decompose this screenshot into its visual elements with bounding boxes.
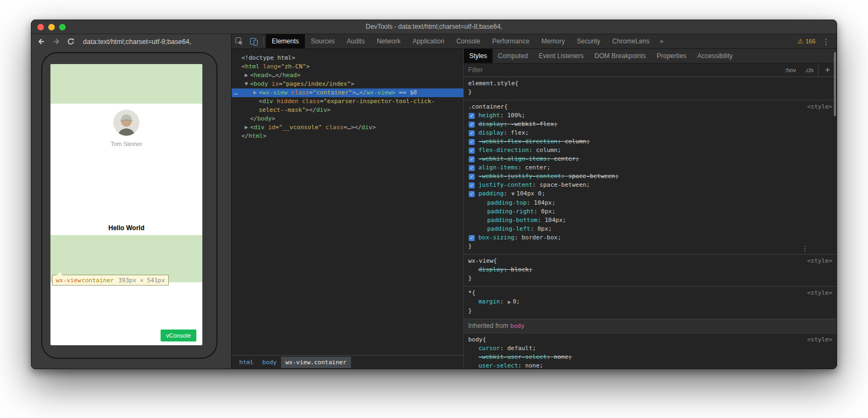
- breadcrumb-body[interactable]: body: [258, 357, 282, 368]
- sidebar-tab-dom-breakpoints[interactable]: DOM Breakpoints: [589, 49, 652, 63]
- checkbox-checked-icon[interactable]: ✓: [469, 235, 475, 241]
- inspect-element-icon[interactable]: [232, 34, 246, 48]
- rule-selector[interactable]: body: [468, 335, 483, 344]
- devtools-tab-chromelens[interactable]: ChromeLens: [607, 34, 656, 48]
- window-titlebar[interactable]: DevTools - data:text/html;charset=utf-8;…: [31, 20, 837, 34]
- inherited-node-link[interactable]: body: [510, 322, 525, 330]
- css-declaration[interactable]: padding-top: 104px;: [468, 199, 832, 207]
- tabs-overflow-chevron[interactable]: »: [655, 34, 668, 48]
- tree-collapse-icon[interactable]: ▼: [244, 80, 249, 88]
- reload-icon[interactable]: [66, 37, 75, 46]
- css-declaration[interactable]: user-select: none;: [468, 362, 832, 369]
- rule-selector[interactable]: .container: [468, 103, 504, 111]
- sidebar-tab-properties[interactable]: Properties: [651, 49, 692, 63]
- tree-expand-icon[interactable]: ▶: [252, 88, 258, 97]
- css-declaration[interactable]: ✓padding: ▼104px 0;: [468, 189, 832, 199]
- dom-tree-row[interactable]: ▶<head>…</head>: [232, 71, 463, 80]
- scrollbar-thumb[interactable]: [834, 52, 836, 116]
- element-classes-toggle[interactable]: .cls: [800, 64, 818, 77]
- stylesheet-link[interactable]: <style>: [807, 103, 832, 111]
- checkbox-checked-icon[interactable]: ✓: [469, 148, 475, 154]
- css-declaration[interactable]: ✓height: 100%;: [468, 111, 832, 120]
- dom-tree-row[interactable]: <html lang="zh-CN">: [232, 62, 463, 71]
- traffic-lights: [37, 24, 66, 30]
- sidebar-tab-event-listeners[interactable]: Event Listeners: [533, 49, 589, 63]
- address-url[interactable]: data:text/html;charset=utf-8;base64,: [83, 38, 192, 46]
- tree-expand-icon[interactable]: ▶: [244, 71, 249, 80]
- css-declaration[interactable]: -webkit-user-select: none;: [468, 353, 832, 362]
- css-declaration[interactable]: ✓display: -webkit-flex;: [468, 120, 832, 129]
- dom-tree-row[interactable]: ▶<div id="__vconsole" class=…></div>: [232, 123, 463, 132]
- checkbox-checked-icon[interactable]: ✓: [469, 174, 475, 180]
- pseudo-state-toggle[interactable]: :hov: [780, 64, 800, 77]
- checkbox-checked-icon[interactable]: ✓: [469, 122, 475, 128]
- forward-icon[interactable]: [52, 37, 61, 46]
- dom-node-markup: <body is="pages/index/index">: [232, 80, 354, 88]
- styles-filter-input[interactable]: [464, 66, 583, 74]
- css-declaration[interactable]: padding-left: 0px;: [468, 225, 832, 233]
- rule-selector[interactable]: element.style: [468, 79, 515, 88]
- dom-tree-row[interactable]: <!doctype html>: [232, 54, 463, 62]
- checkbox-checked-icon[interactable]: ✓: [469, 139, 475, 145]
- devtools-tab-console[interactable]: Console: [450, 34, 486, 48]
- breadcrumb-wx-view-container[interactable]: wx-view.container: [281, 357, 351, 368]
- minimize-button[interactable]: [48, 24, 55, 30]
- css-declaration[interactable]: ✓-webkit-flex-direction: column;: [468, 137, 832, 146]
- rule-selector[interactable]: wx-view: [468, 257, 493, 265]
- css-declaration[interactable]: ✓justify-content: space-between;: [468, 181, 832, 189]
- css-declaration[interactable]: padding-bottom: 104px;: [468, 216, 832, 225]
- rule-selector[interactable]: *: [468, 289, 472, 297]
- css-declaration[interactable]: ✓box-sizing: border-box;: [468, 233, 832, 242]
- dom-tree-row[interactable]: …▶<wx-view class="container">…</wx-view>…: [232, 88, 463, 97]
- checkbox-checked-icon[interactable]: ✓: [469, 182, 475, 188]
- shorthand-expand-icon[interactable]: ▶: [508, 300, 511, 305]
- css-declaration[interactable]: cursor: default;: [468, 344, 832, 353]
- close-button[interactable]: [37, 24, 44, 30]
- css-declaration[interactable]: ✓flex-direction: column;: [468, 146, 832, 155]
- devtools-tab-security[interactable]: Security: [571, 34, 606, 48]
- dom-tree-row[interactable]: select--mask"></div>: [232, 106, 463, 115]
- checkbox-checked-icon[interactable]: ✓: [469, 165, 475, 171]
- device-toolbar-icon[interactable]: [246, 34, 261, 48]
- vconsole-button[interactable]: vConsole: [161, 330, 196, 341]
- css-declaration[interactable]: ✓-webkit-align-items: center;: [468, 155, 832, 163]
- checkbox-checked-icon[interactable]: ✓: [469, 191, 475, 197]
- main-menu-kebab-icon[interactable]: ⋮: [822, 37, 830, 46]
- devtools-tab-audits[interactable]: Audits: [341, 34, 371, 48]
- checkbox-checked-icon[interactable]: ✓: [469, 130, 475, 136]
- css-declaration[interactable]: padding-right: 0px;: [468, 207, 832, 216]
- devtools-tab-memory[interactable]: Memory: [535, 34, 571, 48]
- stylesheet-link[interactable]: <style>: [807, 289, 832, 297]
- css-declaration[interactable]: ✓display: flex;: [468, 129, 832, 137]
- sidebar-tab-computed[interactable]: Computed: [493, 49, 533, 63]
- css-declaration[interactable]: ✓align-items: center;: [468, 163, 832, 172]
- css-declaration[interactable]: margin: ▶0;: [468, 297, 832, 307]
- devtools-tab-application[interactable]: Application: [406, 34, 450, 48]
- devtools-tab-elements[interactable]: Elements: [266, 34, 305, 48]
- zoom-button[interactable]: [59, 24, 66, 30]
- dom-tree-row[interactable]: </html>: [232, 132, 463, 141]
- sidebar-tab-styles[interactable]: Styles: [464, 49, 493, 63]
- breadcrumb-html[interactable]: html: [235, 357, 258, 368]
- dom-node-markup: <div hidden class="exparser-inspector-to…: [232, 97, 435, 106]
- tree-expand-icon[interactable]: ▶: [244, 123, 249, 132]
- node-overflow-icon[interactable]: …: [234, 88, 238, 97]
- devtools-tab-sources[interactable]: Sources: [305, 34, 341, 48]
- devtools-tab-network[interactable]: Network: [371, 34, 406, 48]
- back-icon[interactable]: [37, 37, 46, 46]
- css-declaration[interactable]: display: block;: [468, 265, 832, 274]
- console-warning-counter[interactable]: ⚠ 166: [797, 38, 815, 45]
- stylesheet-link[interactable]: <style>: [807, 257, 832, 265]
- sidebar-tab-accessibility[interactable]: Accessibility: [692, 49, 738, 63]
- devtools-tab-performance[interactable]: Performance: [486, 34, 535, 48]
- css-declaration[interactable]: ✓-webkit-justify-content: space-between;: [468, 172, 832, 181]
- stylesheet-link[interactable]: <style>: [807, 335, 832, 344]
- rule-overflow-menu-icon[interactable]: ⋮: [801, 245, 808, 252]
- dom-tree-row[interactable]: </body>: [232, 115, 463, 123]
- shorthand-collapse-icon[interactable]: ▼: [512, 192, 515, 197]
- dom-node-markup: <head>…</head>: [232, 71, 301, 80]
- dom-tree-row[interactable]: ▼<body is="pages/index/index">: [232, 80, 463, 88]
- checkbox-checked-icon[interactable]: ✓: [469, 113, 475, 119]
- dom-tree-row[interactable]: <div hidden class="exparser-inspector-to…: [232, 97, 463, 106]
- checkbox-checked-icon[interactable]: ✓: [469, 156, 475, 162]
